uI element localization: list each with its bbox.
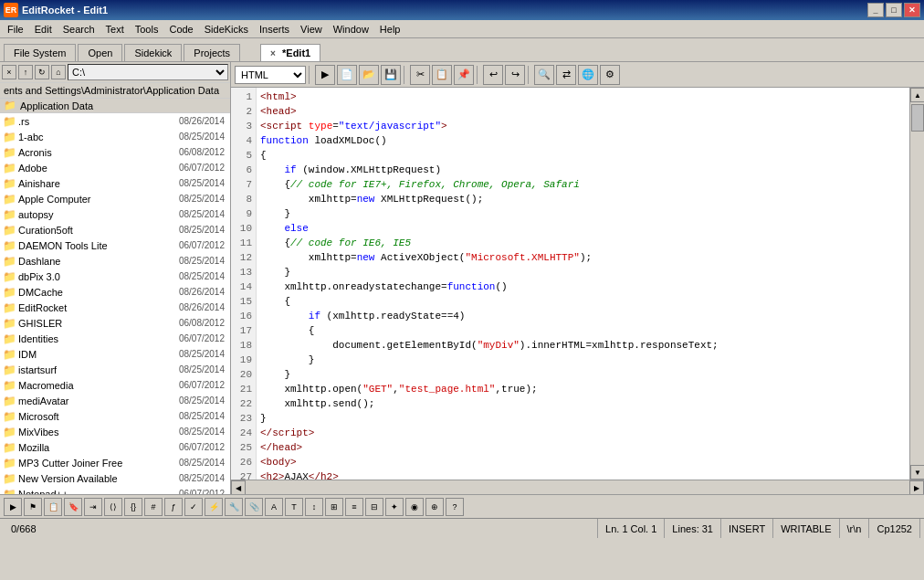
- tree-item[interactable]: 📁IDM08/25/2014: [0, 346, 230, 362]
- toolbar-open-btn[interactable]: 📂: [359, 65, 379, 85]
- code-editor[interactable]: <html><head><script type="text/javascrip…: [257, 88, 909, 480]
- tree-item[interactable]: 📁Microsoft08/25/2014: [0, 408, 230, 424]
- toolbar-replace-btn[interactable]: ⇄: [556, 65, 576, 85]
- menu-edit[interactable]: Edit: [29, 22, 58, 37]
- tree-item[interactable]: 📁1-abc08/25/2014: [0, 129, 230, 144]
- menu-code[interactable]: Code: [163, 22, 198, 37]
- close-panel-button[interactable]: ×: [2, 65, 16, 79]
- menu-sidekicks[interactable]: SideKicks: [199, 22, 254, 37]
- toolbar-paste-btn[interactable]: 📌: [454, 65, 474, 85]
- tree-item[interactable]: 📁DAEMON Tools Lite06/07/2012: [0, 237, 230, 253]
- toolbar-browser-btn[interactable]: 🌐: [578, 65, 598, 85]
- tree-item[interactable]: 📁EditRocket08/26/2014: [0, 300, 230, 315]
- tree-item[interactable]: 📁Notepad++06/07/2012: [0, 486, 230, 494]
- tree-item[interactable]: 📁Adobe06/07/2012: [0, 160, 230, 175]
- scroll-right-button[interactable]: ▶: [909, 480, 924, 494]
- toolbar-settings-btn[interactable]: ⚙: [600, 65, 620, 85]
- tree-item[interactable]: 📁Mozilla06/07/2012: [0, 439, 230, 455]
- tree-item[interactable]: 📁dbPix 3.008/25/2014: [0, 269, 230, 284]
- tab-close-icon[interactable]: ×: [270, 48, 276, 58]
- toolbar-cut-btn[interactable]: ✂: [410, 65, 430, 85]
- tree-item[interactable]: 📁New Version Available08/25/2014: [0, 470, 230, 486]
- close-button[interactable]: ✕: [904, 3, 920, 17]
- bt19[interactable]: ⊟: [365, 498, 383, 516]
- tree-item[interactable]: 📁Apple Computer08/25/2014: [0, 191, 230, 206]
- toolbar-copy-btn[interactable]: 📋: [432, 65, 452, 85]
- bt15[interactable]: T: [285, 498, 303, 516]
- tree-item[interactable]: 📁MixVibes08/25/2014: [0, 424, 230, 439]
- drive-select[interactable]: C:\: [68, 64, 228, 80]
- bt8[interactable]: #: [144, 498, 163, 516]
- language-select[interactable]: HTML CSS JavaScript: [235, 66, 306, 84]
- horizontal-scrollbar[interactable]: ◀ ▶: [231, 480, 924, 494]
- bt1[interactable]: ▶: [4, 498, 22, 516]
- menu-inserts[interactable]: Inserts: [254, 22, 295, 37]
- bt3[interactable]: 📋: [44, 498, 62, 516]
- editor-tab-edit1[interactable]: × *Edit1: [260, 44, 320, 61]
- scroll-h-track[interactable]: [246, 480, 909, 494]
- tree-item[interactable]: 📁Identities06/07/2012: [0, 331, 230, 346]
- tree-item[interactable]: 📁autopsy08/25/2014: [0, 206, 230, 222]
- bt21[interactable]: ◉: [405, 498, 424, 516]
- tree-item[interactable]: 📁Macromedia06/07/2012: [0, 377, 230, 393]
- tree-item[interactable]: 📁MP3 Cutter Joiner Free08/25/2014: [0, 455, 230, 470]
- scroll-up-button[interactable]: ▲: [910, 88, 924, 102]
- bt17[interactable]: ⊞: [325, 498, 343, 516]
- tree-item[interactable]: 📁Ainishare08/25/2014: [0, 175, 230, 191]
- menu-help[interactable]: Help: [374, 22, 406, 37]
- scroll-thumb[interactable]: [911, 104, 924, 132]
- left-tab-filesystem[interactable]: File System: [4, 44, 76, 61]
- menu-file[interactable]: File: [2, 22, 29, 37]
- minimize-button[interactable]: _: [867, 3, 884, 17]
- toolbar-new-btn[interactable]: 📄: [337, 65, 357, 85]
- menu-search[interactable]: Search: [58, 22, 100, 37]
- bt11[interactable]: ⚡: [205, 498, 223, 516]
- bt12[interactable]: 🔧: [225, 498, 243, 516]
- maximize-button[interactable]: □: [886, 3, 902, 17]
- bt13[interactable]: 📎: [245, 498, 263, 516]
- bt5[interactable]: ⇥: [84, 498, 102, 516]
- tree-item[interactable]: 📁.rs08/26/2014: [0, 113, 230, 129]
- bt6[interactable]: ⟨⟩: [104, 498, 122, 516]
- toolbar-undo-btn[interactable]: ↩: [483, 65, 503, 85]
- tree-item[interactable]: 📁Acronis06/08/2012: [0, 144, 230, 160]
- toolbar-redo-btn[interactable]: ↪: [505, 65, 525, 85]
- left-tab-projects[interactable]: Projects: [184, 44, 240, 61]
- bt4[interactable]: 🔖: [64, 498, 82, 516]
- bt22[interactable]: ⊕: [425, 498, 444, 516]
- toolbar-run-btn[interactable]: ▶: [315, 65, 335, 85]
- tree-item[interactable]: 📁DMCache08/26/2014: [0, 284, 230, 300]
- bt2[interactable]: ⚑: [24, 498, 42, 516]
- nav-up-button[interactable]: ↑: [18, 65, 33, 79]
- tree-item[interactable]: 📁istartsurf08/25/2014: [0, 362, 230, 377]
- menu-tools[interactable]: Tools: [130, 22, 164, 37]
- bt16[interactable]: ↕: [305, 498, 323, 516]
- bt18[interactable]: ≡: [345, 498, 363, 516]
- left-tab-open[interactable]: Open: [78, 44, 122, 61]
- toolbar-search-btn[interactable]: 🔍: [534, 65, 554, 85]
- file-tree[interactable]: 📁.rs08/26/2014📁1-abc08/25/2014📁Acronis06…: [0, 113, 230, 494]
- bt23[interactable]: ?: [446, 498, 464, 516]
- vertical-scrollbar[interactable]: ▲ ▼: [909, 88, 924, 480]
- left-tab-sidekick[interactable]: Sidekick: [124, 44, 182, 61]
- bt7[interactable]: {}: [124, 498, 142, 516]
- scroll-left-button[interactable]: ◀: [231, 480, 246, 494]
- bt9[interactable]: ƒ: [164, 498, 183, 516]
- title-bar-buttons[interactable]: _ □ ✕: [867, 3, 920, 17]
- toolbar-save-btn[interactable]: 💾: [381, 65, 401, 85]
- bt20[interactable]: ✦: [385, 498, 404, 516]
- tree-item[interactable]: 📁GHISLER06/08/2012: [0, 315, 230, 331]
- menu-view[interactable]: View: [295, 22, 328, 37]
- bt10[interactable]: ✓: [184, 498, 203, 516]
- nav-home-button[interactable]: ⌂: [51, 65, 66, 79]
- menu-window[interactable]: Window: [328, 22, 374, 37]
- bt14[interactable]: A: [265, 498, 283, 516]
- scroll-track[interactable]: [910, 102, 924, 465]
- scroll-down-button[interactable]: ▼: [910, 465, 924, 480]
- menu-text[interactable]: Text: [100, 22, 130, 37]
- tree-item[interactable]: 📁Dashlane08/25/2014: [0, 253, 230, 269]
- tree-item[interactable]: 📁mediAvatar08/25/2014: [0, 393, 230, 408]
- tree-item[interactable]: 📁Curation5oft08/25/2014: [0, 222, 230, 237]
- code-line: xmlhttp.open("GET","test_page.html",true…: [260, 382, 906, 396]
- nav-refresh-button[interactable]: ↻: [35, 65, 49, 79]
